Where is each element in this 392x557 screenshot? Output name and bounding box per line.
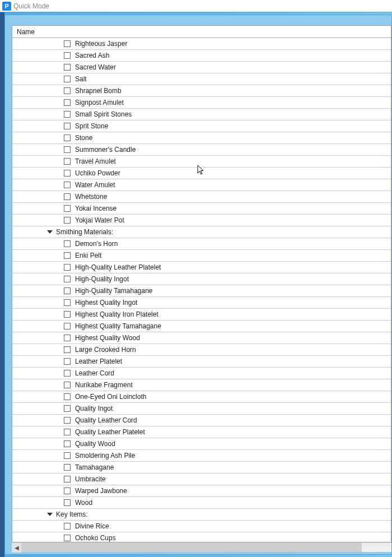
checkbox[interactable] [64,276,71,282]
checkbox[interactable] [64,170,71,177]
checkbox[interactable] [64,523,71,530]
category-row[interactable]: Key Items: [12,509,391,521]
checkbox[interactable] [64,264,71,271]
table-row[interactable]: Sacred Ash [12,50,391,62]
item-label: Smoldering Ash Pile [75,452,135,459]
table-row[interactable]: Water Amulet [12,179,391,191]
checkbox[interactable] [64,52,71,59]
table-row[interactable]: High-Quality Leather Platelet [12,262,391,273]
checkbox[interactable] [64,240,71,247]
checkbox[interactable] [64,335,71,341]
table-row[interactable]: Quality Ingot [12,403,391,415]
checkbox[interactable] [64,346,71,353]
expand-collapse-icon[interactable] [47,230,53,234]
col-header-name[interactable]: Name [17,28,35,36]
checkbox[interactable] [64,405,71,412]
table-row[interactable]: Highest Quality Ingot [12,297,391,309]
checkbox[interactable] [64,393,71,400]
titlebar[interactable]: P Quick Mode [0,0,392,12]
checkbox[interactable] [64,134,71,141]
table-row[interactable]: High-Quality Ingot [12,273,391,285]
table-row[interactable]: Signpost Amulet [12,97,391,109]
checkbox[interactable] [64,40,71,47]
table-row[interactable]: Stone [12,132,391,144]
category-row[interactable]: Smithing Materials: [12,226,391,238]
table-row[interactable]: Wood [12,497,391,509]
table-row[interactable]: Sprit Stone [12,120,391,132]
table-row[interactable]: Highest Quality Iron Platelet [12,309,391,321]
checkbox[interactable] [64,464,71,471]
checkbox[interactable] [64,323,71,329]
table-row[interactable]: Shrapnel Bomb [12,85,391,97]
grid-body[interactable]: Righteous JasperSacred AshSacred WaterSa… [12,38,391,542]
table-row[interactable]: Demon's Horn [12,238,391,250]
table-row[interactable]: Yokai Incense [12,203,391,215]
table-row[interactable]: Salt [12,73,391,85]
table-row[interactable]: Umbracite [12,474,391,485]
table-row[interactable]: Leather Cord [12,368,391,379]
checkbox[interactable] [64,193,71,200]
table-row[interactable]: Quality Leather Platelet [12,426,391,438]
grid-header[interactable]: Name [12,26,391,38]
table-row[interactable]: Warped Jawbone [12,485,391,497]
table-row[interactable]: Smoldering Ash Pile [12,450,391,462]
item-label: Sacred Water [75,63,116,71]
table-row[interactable]: Highest Quality Tamahagane [12,321,391,332]
checkbox[interactable] [64,440,71,447]
checkbox[interactable] [64,488,71,494]
checkbox[interactable] [64,87,71,94]
scroll-track[interactable] [21,543,391,552]
checkbox[interactable] [64,99,71,106]
checkbox[interactable] [64,205,71,212]
scroll-thumb[interactable] [21,543,362,552]
checkbox[interactable] [64,476,71,482]
table-row[interactable]: High-Quality Tamahagane [12,285,391,297]
table-row[interactable]: Enki Pelt [12,250,391,262]
checkbox[interactable] [64,76,71,82]
scroll-left-button[interactable]: ◀ [12,543,21,553]
table-row[interactable]: Large Crooked Horn [12,344,391,356]
expand-collapse-icon[interactable] [47,513,53,516]
table-row[interactable]: Travel Amulet [12,156,391,168]
checkbox[interactable] [64,64,71,71]
checkbox[interactable] [64,252,71,259]
checkbox[interactable] [64,182,71,188]
table-row[interactable]: Quality Leather Cord [12,415,391,426]
table-row[interactable]: One-Eyed Oni Loincloth [12,391,391,403]
table-row[interactable]: Nurikabe Fragment [12,379,391,391]
checkbox[interactable] [64,311,71,318]
table-row[interactable]: Tamahagane [12,462,391,474]
category-label: Smithing Materials: [56,228,113,236]
horizontal-scrollbar[interactable]: ◀ [12,542,391,552]
checkbox[interactable] [64,429,71,435]
table-row[interactable]: Ochoko Cups [12,532,391,542]
item-label: High-Quality Leather Platelet [75,263,161,271]
item-label: Leather Cord [75,369,114,377]
checkbox[interactable] [64,452,71,459]
table-row[interactable]: Whetstone [12,191,391,203]
checkbox[interactable] [64,146,71,153]
table-row[interactable]: Righteous Jasper [12,38,391,50]
table-row[interactable]: Leather Platelet [12,356,391,368]
item-label: Signpost Amulet [75,99,124,106]
checkbox[interactable] [64,217,71,224]
table-row[interactable]: Summoner's Candle [12,144,391,156]
checkbox[interactable] [64,370,71,377]
checkbox[interactable] [64,158,71,165]
checkbox[interactable] [64,287,71,294]
checkbox[interactable] [64,299,71,306]
table-row[interactable]: Highest Quality Wood [12,332,391,344]
checkbox[interactable] [64,499,71,506]
checkbox[interactable] [64,535,71,541]
checkbox[interactable] [64,382,71,388]
checkbox[interactable] [64,123,71,129]
table-row[interactable]: Sacred Water [12,62,391,73]
checkbox[interactable] [64,417,71,424]
table-row[interactable]: Quality Wood [12,438,391,450]
checkbox[interactable] [64,358,71,365]
checkbox[interactable] [64,111,71,118]
table-row[interactable]: Uchiko Powder [12,168,391,179]
table-row[interactable]: Yokjai Water Pot [12,215,391,226]
table-row[interactable]: Divine Rice [12,521,391,532]
table-row[interactable]: Small Spirit Stones [12,109,391,120]
